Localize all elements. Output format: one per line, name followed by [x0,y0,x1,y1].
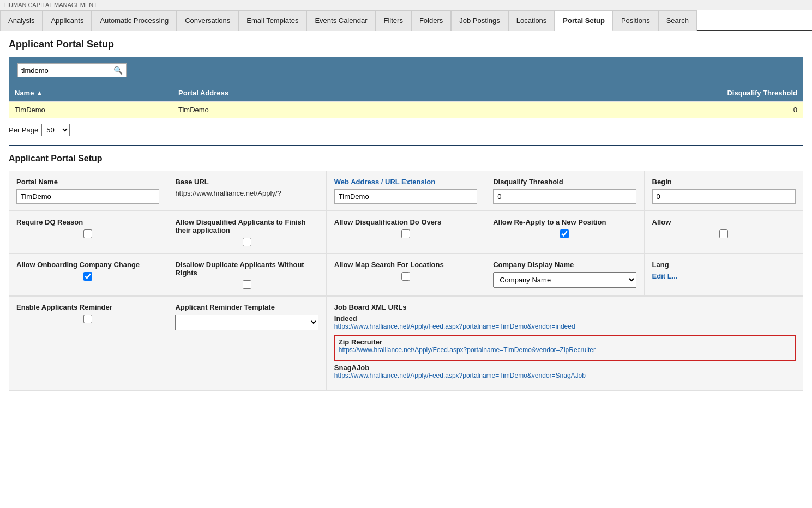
require-dq-checkbox[interactable] [83,229,92,238]
lang-label: Lang [652,261,796,269]
nav-item-portal-setup[interactable]: Portal Setup [555,10,613,31]
nav-item-auto-processing[interactable]: Automatic Processing [92,10,177,31]
nav-item-events-calendar[interactable]: Events Calendar [306,10,375,31]
nav-item-email-templates[interactable]: Email Templates [238,10,306,31]
allow-dq-finish-label: Allow Disqualified Applicants to Finish … [175,218,318,234]
allow-reapply-label: Allow Re-Apply to a New Position [493,218,636,226]
snagajob-entry: SnagAJob https://www.hralliance.net/Appl… [334,364,796,379]
portal-name-input[interactable] [16,189,159,204]
search-box: 🔍 [17,63,127,77]
begin-input[interactable] [652,189,796,204]
nav-item-search[interactable]: Search [658,10,697,31]
map-search-cell: Allow Map Search For Locations [327,254,485,296]
indeed-url[interactable]: https://www.hralliance.net/Apply/Feed.as… [334,323,796,330]
search-bar-container: 🔍 [9,57,803,84]
col-name: Name ▲ [9,84,173,101]
nav-item-job-postings[interactable]: Job Postings [451,10,508,31]
per-page-label: Per Page [9,126,38,134]
form-row-2: Require DQ Reason Allow Disqualified App… [9,211,803,254]
allow-dq-finish-checkbox[interactable] [243,238,251,246]
top-bar: HUMAN CAPITAL MANAGEMENT [0,0,812,10]
top-bar-label: HUMAN CAPITAL MANAGEMENT [4,2,97,8]
portal-name-label: Portal Name [16,178,159,186]
base-url-value: https://www.hralliance.net/Apply/? [175,189,318,197]
table-row[interactable]: TimDemo TimDemo 0 [9,101,803,118]
onboarding-checkbox[interactable] [83,272,92,281]
col-portal-address: Portal Address [173,84,639,101]
base-url-label: Base URL [175,178,318,186]
company-display-label: Company Display Name [493,261,636,269]
disallow-dup-checkbox[interactable] [243,280,251,289]
disqualify-threshold-label: Disqualify Threshold [493,178,636,186]
web-address-link[interactable]: Web Address / URL Extension [334,178,435,186]
job-board-label: Job Board XML URLs [334,303,796,311]
disqualify-threshold-cell: Disqualify Threshold [485,171,644,211]
portal-table: Name ▲ Portal Address Disqualify Thresho… [9,84,803,118]
nav-item-analysis[interactable]: Analysis [0,10,43,31]
enable-reminder-cell: Enable Applicants Reminder [9,297,167,391]
map-search-checkbox[interactable] [401,272,410,281]
zip-recruiter-entry: Zip Recruiter https://www.hralliance.net… [339,338,791,354]
search-icon[interactable]: 🔍 [113,66,123,75]
begin-label: Begin [652,178,796,186]
map-search-label: Allow Map Search For Locations [334,261,477,269]
allow-extra-checkbox[interactable] [719,229,728,238]
web-address-input[interactable] [334,189,477,204]
snagajob-url[interactable]: https://www.hralliance.net/Apply/Feed.as… [334,372,796,379]
nav-item-applicants[interactable]: Applicants [43,10,92,31]
allow-dq-doover-checkbox[interactable] [401,229,410,238]
nav-item-filters[interactable]: Filters [376,10,411,31]
setup-section-title: Applicant Portal Setup [9,154,803,164]
setup-section: Applicant Portal Setup Portal Name Base … [9,145,803,391]
allow-extra-cell: Allow [645,211,803,253]
table-header: Name ▲ Portal Address Disqualify Thresho… [9,84,803,101]
nav-item-locations[interactable]: Locations [508,10,555,31]
zip-recruiter-box: Zip Recruiter https://www.hralliance.net… [334,335,796,361]
snagajob-label: SnagAJob [334,364,369,372]
allow-dq-doover-cell: Allow Disqualification Do Overs [327,211,485,253]
zip-recruiter-url[interactable]: https://www.hralliance.net/Apply/Feed.as… [339,346,791,354]
onboarding-cell: Allow Onboarding Company Change [9,254,167,296]
nav-item-conversations[interactable]: Conversations [177,10,238,31]
reminder-template-select[interactable] [175,315,318,330]
reminder-template-label: Applicant Reminder Template [175,303,318,311]
per-page-select[interactable]: 10 25 50 100 [41,124,70,136]
form-row-4: Enable Applicants Reminder Applicant Rem… [9,297,803,391]
reminder-template-cell: Applicant Reminder Template [167,297,326,391]
allow-dq-doover-label: Allow Disqualification Do Overs [334,218,477,226]
allow-reapply-cell: Allow Re-Apply to a New Position [485,211,644,253]
disallow-dup-cell: Disallow Duplicate Applicants Without Ri… [167,254,326,296]
company-display-cell: Company Display Name Company Name DBA Na… [485,254,644,296]
onboarding-label: Allow Onboarding Company Change [16,261,159,269]
allow-dq-finish-cell: Allow Disqualified Applicants to Finish … [167,211,326,253]
begin-cell: Begin [645,171,803,211]
row-name: TimDemo [9,102,173,118]
company-display-select[interactable]: Company Name DBA Name Legal Name [493,272,636,288]
allow-extra-label: Allow [652,218,796,226]
base-url-cell: Base URL https://www.hralliance.net/Appl… [167,171,326,211]
search-input[interactable] [21,66,113,75]
page-title: Applicant Portal Setup [9,39,803,50]
allow-reapply-checkbox[interactable] [560,229,569,238]
indeed-label: Indeed [334,315,357,323]
edit-link[interactable]: Edit L... [652,272,678,280]
nav-item-folders[interactable]: Folders [411,10,451,31]
zip-recruiter-label: Zip Recruiter [339,338,382,346]
disallow-dup-label: Disallow Duplicate Applicants Without Ri… [175,261,318,277]
web-address-cell: Web Address / URL Extension [327,171,485,211]
require-dq-label: Require DQ Reason [16,218,159,226]
enable-reminder-checkbox[interactable] [83,315,92,323]
portal-name-cell: Portal Name [9,171,167,211]
nav-bar: Analysis Applicants Automatic Processing… [0,10,812,31]
form-row-1: Portal Name Base URL https://www.hrallia… [9,171,803,211]
web-address-label: Web Address / URL Extension [334,178,477,186]
row-threshold: 0 [639,102,803,118]
row-portal-address: TimDemo [173,102,639,118]
disqualify-threshold-input[interactable] [493,189,636,204]
lang-cell: Lang Edit L... [645,254,803,296]
col-disqualify: Disqualify Threshold [639,84,803,101]
job-board-cell: Job Board XML URLs Indeed https://www.hr… [327,297,803,391]
form-row-3: Allow Onboarding Company Change Disallow… [9,254,803,297]
nav-item-positions[interactable]: Positions [613,10,658,31]
indeed-entry: Indeed https://www.hralliance.net/Apply/… [334,315,796,330]
